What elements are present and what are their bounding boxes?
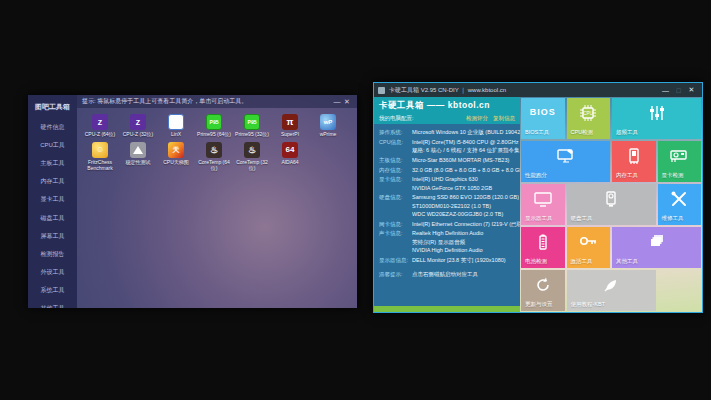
tile-label: 更新与设置: [525, 301, 553, 308]
drive-icon: [567, 190, 656, 208]
sidebar-item-cpu-tools[interactable]: CPU工具: [28, 136, 77, 154]
score-link[interactable]: 检测评分: [466, 115, 488, 122]
crossed-tools-icon: [658, 190, 702, 208]
info-label: 主板信息:: [379, 156, 412, 164]
tile-repair-tools[interactable]: 维修工具: [658, 184, 702, 225]
globe-icon: wP: [320, 114, 336, 130]
tool-label: FritzChess Benchmark: [81, 160, 119, 172]
tile-memory-tools[interactable]: 内存工具: [612, 141, 656, 182]
info-value: 32.0 GB (8.0 GB + 8.0 GB + 8.0 GB + 8.0 …: [412, 166, 520, 174]
tool-label: CoreTemp (64位): [195, 160, 233, 172]
info-list: 操作系统: Microsoft Windows 10 企业版 (BUILD 19…: [374, 124, 520, 278]
aida64-icon: 64: [282, 142, 298, 158]
sidebar-item-motherboard-tools[interactable]: 主板工具: [28, 154, 77, 172]
tool-stability-test[interactable]: 稳定性测试: [119, 142, 157, 172]
tile-label: 显示器工具: [525, 215, 553, 222]
info-value: Intel(R) Core(TM) i5-8400 CPU @ 2.80GHz: [412, 138, 520, 146]
tile-tutorial[interactable]: 使用教程-KBT: [567, 270, 656, 311]
tile-gpu-check[interactable]: 显卡检测: [658, 141, 702, 182]
minimize-button[interactable]: —: [659, 87, 672, 94]
tool-prime95-64[interactable]: P95 Prime95 (64位): [195, 114, 233, 138]
tool-cpuz-64[interactable]: Z CPU-Z (64位): [81, 114, 119, 138]
info-value: 点击右侧磁贴启动对应工具: [412, 270, 516, 278]
hint-text: 提示: 将鼠标悬停于工具上可查看工具简介，单击可启动工具。: [82, 97, 332, 106]
maximize-button[interactable]: □: [672, 87, 685, 94]
sidebar-item-gpu-tools[interactable]: 显卡工具: [28, 191, 77, 209]
cpuz-icon: Z: [92, 114, 108, 130]
tool-cpuz-32[interactable]: Z CPU-Z (32位): [119, 114, 157, 138]
tile-label: BIOS工具: [525, 129, 549, 136]
tool-panel: 提示: 将鼠标悬停于工具上可查看工具简介，单击可启动工具。 — ✕ Z CPU-…: [77, 95, 357, 308]
info-value: Samsung SSD 860 EVO 120GB (120.0 GB): [412, 193, 519, 201]
copy-info-link[interactable]: 复制信息: [493, 115, 515, 122]
tile-bios-tools[interactable]: BIOS BIOS工具: [521, 98, 565, 139]
info-row-os: 操作系统: Microsoft Windows 10 企业版 (BUILD 19…: [379, 128, 516, 136]
sidebar-item-memory-tools[interactable]: 内存工具: [28, 173, 77, 191]
tile-overclock-tools[interactable]: 超频工具: [612, 98, 701, 139]
sidebar-item-other-tools[interactable]: 其他工具: [28, 300, 77, 308]
tool-cpu-ladder[interactable]: 天 CPU天梯图: [157, 142, 195, 172]
tile-battery-check[interactable]: 电池检测: [521, 227, 565, 268]
info-value: Intel(R) UHD Graphics 630: [412, 175, 516, 183]
tool-prime95-32[interactable]: P95 Prime95 (32位): [233, 114, 271, 138]
tile-cpu-check[interactable]: CPU CPU检测: [567, 98, 611, 139]
sidebar-item-disk-tools[interactable]: 磁盘工具: [28, 209, 77, 227]
refresh-icon: [521, 276, 565, 294]
cpu-chip-icon: CPU: [567, 104, 611, 122]
info-row-memory: 内存信息: 32.0 GB (8.0 GB + 8.0 GB + 8.0 GB …: [379, 166, 516, 174]
tool-wprime[interactable]: wP wPrime: [309, 114, 347, 138]
app-icon: [378, 87, 385, 94]
checkmark-icon: ✓: [168, 114, 184, 130]
tile-label: 其他工具: [616, 258, 638, 265]
status-strip: [374, 306, 520, 312]
sliders-icon: [612, 104, 701, 122]
info-value: NVIDIA High Definition Audio: [412, 246, 516, 254]
sidebar-nav: 硬件信息 CPU工具 主板工具 内存工具 显卡工具 磁盘工具 屏幕工具 检测报告…: [28, 118, 77, 308]
tool-label: CPU-Z (32位): [123, 132, 154, 138]
tile-grid: BIOS BIOS工具 CPU CPU检测 超频工具: [521, 98, 701, 311]
info-label: 网卡信息:: [379, 220, 412, 228]
tool-grid: Z CPU-Z (64位) Z CPU-Z (32位) ✓ LinX P95 P…: [77, 108, 357, 175]
tile-benchmark[interactable]: 性能跑分: [521, 141, 610, 182]
tool-label: AIDA64: [281, 160, 298, 166]
info-value: Micro-Star B360M MORTAR (MS-7B23): [412, 156, 516, 164]
tool-label: CoreTemp (32位): [233, 160, 271, 172]
tile-other-tools[interactable]: 其他工具: [612, 227, 701, 268]
sidebar-item-peripheral-tools[interactable]: 外设工具: [28, 264, 77, 282]
minimize-button[interactable]: —: [332, 98, 342, 105]
smiley-icon: ☺: [92, 142, 108, 158]
tile-label: 超频工具: [616, 129, 638, 136]
brand-title: 卡硬工具箱 —— kbtool.cn: [379, 100, 515, 112]
key-icon: [567, 233, 611, 251]
info-row-gpu: 显卡信息: Intel(R) UHD Graphics 630 NVIDIA G…: [379, 175, 516, 192]
tile-activation-tools[interactable]: 激活工具: [567, 227, 611, 268]
tool-superpi[interactable]: π SuperPI: [271, 114, 309, 138]
monitor-pencil-icon: [521, 147, 610, 165]
cpuz-icon: Z: [130, 114, 146, 130]
tool-aida64[interactable]: 64 AIDA64: [271, 142, 309, 172]
info-label: 温馨提示:: [379, 270, 412, 278]
tool-coretemp-32[interactable]: ♨ CoreTemp (32位): [233, 142, 271, 172]
titlebar: 卡硬工具箱 V2.95 CN-DIY ｜ www.kbtool.cn — □ ✕: [374, 83, 702, 97]
tile-label: 激活工具: [571, 258, 593, 265]
stacked-sheets-icon: [612, 233, 701, 251]
sidebar-item-report[interactable]: 检测报告: [28, 245, 77, 263]
sidebar-item-screen-tools[interactable]: 屏幕工具: [28, 227, 77, 245]
triangle-icon: [130, 142, 146, 158]
close-button[interactable]: ✕: [342, 98, 352, 106]
tile-monitor-tools[interactable]: 显示器工具: [521, 184, 565, 225]
close-button[interactable]: ✕: [685, 86, 698, 94]
info-row-tip: 温馨提示: 点击右侧磁贴启动对应工具: [379, 270, 516, 278]
tool-coretemp-64[interactable]: ♨ CoreTemp (64位): [195, 142, 233, 172]
info-row-monitor: 显示器信息: DELL Monitor [23.8 英寸] (1920x1080…: [379, 256, 516, 264]
sidebar-item-system-tools[interactable]: 系统工具: [28, 282, 77, 300]
tile-grid-empty-cell: [658, 270, 702, 311]
prime95-icon: P95: [244, 114, 260, 130]
tile-update-settings[interactable]: 更新与设置: [521, 270, 565, 311]
sidebar-item-hardware-info[interactable]: 硬件信息: [28, 118, 77, 136]
tool-fritzchess[interactable]: ☺ FritzChess Benchmark: [81, 142, 119, 172]
tool-label: CPU天梯图: [163, 160, 189, 166]
tool-linx[interactable]: ✓ LinX: [157, 114, 195, 138]
tile-disk-tools[interactable]: 硬盘工具: [567, 184, 656, 225]
tile-label: 性能跑分: [525, 172, 547, 179]
